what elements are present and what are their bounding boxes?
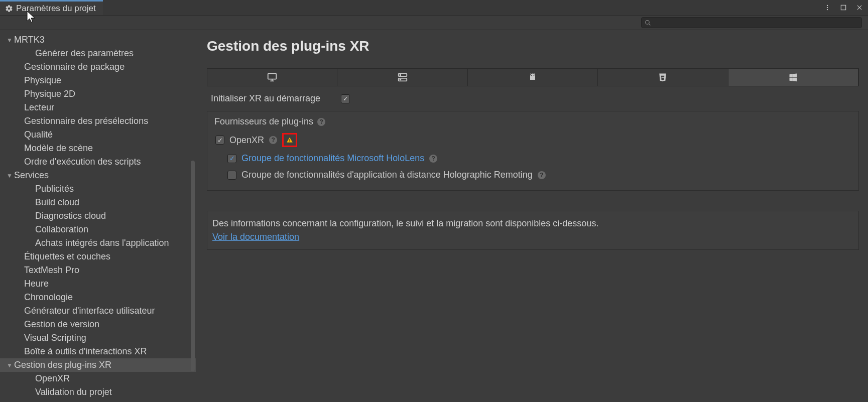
tree-item[interactable]: Modèle de scène — [0, 142, 196, 155]
tree-item[interactable]: Validation du projet — [0, 385, 196, 399]
tree-item[interactable]: Lecteur — [0, 101, 196, 114]
tree-item[interactable]: Collaboration — [0, 223, 196, 236]
tree-item-label: Physique 2D — [24, 89, 75, 99]
provider-remoting-row: Groupe de fonctionnalités d'application … — [211, 167, 854, 183]
platform-tab-desktop[interactable] — [207, 69, 337, 86]
svg-rect-5 — [268, 74, 277, 79]
provider-openxr-label: OpenXR — [229, 135, 264, 146]
tree-item[interactable]: Générer des paramètres — [0, 47, 196, 60]
documentation-link[interactable]: Voir la documentation — [212, 232, 853, 242]
warning-icon — [286, 137, 294, 144]
tree-item-label: Boîte à outils d'interactions XR — [24, 346, 147, 357]
tree-item-label: Build cloud — [35, 197, 79, 208]
tree-item-label: Qualité — [24, 129, 53, 140]
provider-hololens-checkbox[interactable] — [227, 154, 236, 163]
tree-item[interactable]: TextMesh Pro — [0, 263, 196, 277]
help-icon[interactable]: ? — [269, 136, 277, 144]
kebab-menu-icon[interactable] — [823, 3, 832, 12]
tree-item[interactable]: Diagnostics cloud — [0, 209, 196, 223]
tree-item-label: Visual Scripting — [24, 333, 86, 343]
providers-title: Fournisseurs de plug-ins — [214, 116, 313, 127]
windows-icon — [788, 72, 798, 82]
search-input[interactable] — [641, 17, 862, 28]
platform-tab-android[interactable] — [468, 69, 598, 86]
platform-tab-server[interactable] — [337, 69, 467, 86]
split-handle[interactable] — [196, 30, 198, 402]
provider-hololens-label[interactable]: Groupe de fonctionnalités Microsoft Holo… — [241, 153, 424, 164]
tree-item-label: Modèle de scène — [24, 143, 93, 154]
platform-tab-webgl[interactable] — [598, 69, 728, 86]
foldout-icon: ▼ — [6, 172, 13, 179]
server-icon — [397, 72, 408, 83]
tree-item[interactable]: Physique — [0, 74, 196, 87]
tree-item-label: Services — [14, 170, 49, 181]
sidebar-scrollbar[interactable] — [191, 161, 195, 371]
titlebar: Paramètres du projet — [0, 0, 868, 15]
help-icon[interactable]: ? — [538, 171, 546, 179]
tree-item-label: Générer des paramètres — [35, 48, 134, 59]
tree-item[interactable]: Ordre d'exécution des scripts — [0, 155, 196, 169]
openxr-warning-highlight[interactable] — [282, 133, 297, 147]
tree-item-label: Gestion de version — [24, 319, 99, 330]
tree-item[interactable]: Build cloud — [0, 196, 196, 209]
tree-item[interactable]: Chronologie — [0, 291, 196, 304]
tree-item-label: Physique — [24, 75, 61, 86]
tree-item[interactable]: OpenXR — [0, 372, 196, 385]
gear-icon — [5, 5, 13, 13]
window-tab-title: Paramètres du projet — [16, 4, 96, 14]
tree-item[interactable]: Visual Scripting — [0, 331, 196, 345]
tree-item[interactable]: Qualité — [0, 128, 196, 142]
platform-tab-windows[interactable] — [728, 69, 858, 86]
provider-openxr-checkbox[interactable] — [215, 136, 224, 145]
help-icon[interactable]: ? — [429, 155, 437, 163]
tree-item[interactable]: ▼Gestion des plug-ins XR — [0, 358, 196, 372]
tree-item[interactable]: Gestion de version — [0, 318, 196, 331]
toolbar — [0, 15, 868, 30]
tree-item-label: OpenXR — [35, 373, 70, 384]
tree-item-label: Gestion des plug-ins XR — [14, 360, 111, 370]
tree-item[interactable]: Boîte à outils d'interactions XR — [0, 345, 196, 358]
providers-box: Fournisseurs de plug-ins ? OpenXR ? Grou… — [207, 111, 859, 191]
tree-item-label: TextMesh Pro — [24, 265, 79, 276]
maximize-icon[interactable] — [839, 3, 848, 12]
tree-item-label: Chronologie — [24, 292, 73, 303]
tree-item[interactable]: Étiquettes et couches — [0, 250, 196, 263]
init-xr-checkbox[interactable] — [341, 94, 350, 103]
svg-point-2 — [827, 9, 828, 10]
tree-item[interactable]: ▼MRTK3 — [0, 33, 196, 47]
window-tab[interactable]: Paramètres du projet — [0, 0, 103, 15]
provider-openxr-row: OpenXR ? — [211, 130, 854, 150]
svg-point-11 — [534, 75, 535, 76]
info-text: Des informations concernant la configura… — [212, 218, 853, 229]
content-pane: Gestion des plug-ins XR — [198, 30, 868, 402]
tree-item-label: Lecteur — [24, 102, 54, 113]
help-icon[interactable]: ? — [317, 118, 325, 126]
tree-item[interactable]: Gestionnaire des présélections — [0, 114, 196, 128]
html5-icon — [658, 72, 668, 82]
svg-point-8 — [400, 75, 401, 76]
tree-item-label: Publicités — [35, 184, 74, 194]
foldout-icon: ▼ — [6, 362, 13, 369]
close-icon[interactable] — [855, 3, 864, 12]
platform-tabs — [207, 68, 859, 86]
init-xr-row: Initialiser XR au démarrage — [207, 86, 859, 111]
tree-item[interactable]: Achats intégrés dans l'application — [0, 236, 196, 250]
provider-hololens-row: Groupe de fonctionnalités Microsoft Holo… — [211, 150, 854, 167]
foldout-icon: ▼ — [6, 37, 13, 44]
settings-tree[interactable]: ▼MRTK3Générer des paramètresGestionnaire… — [0, 30, 196, 402]
svg-point-9 — [400, 79, 401, 80]
tree-item-label: Diagnostics cloud — [35, 211, 106, 221]
info-box: Des informations concernant la configura… — [207, 211, 859, 250]
tree-item[interactable]: Heure — [0, 277, 196, 291]
tree-item[interactable]: Physique 2D — [0, 87, 196, 101]
tree-item[interactable]: Gestionnaire de package — [0, 60, 196, 74]
svg-point-4 — [646, 20, 650, 24]
tree-item-label: Ordre d'exécution des scripts — [24, 157, 141, 167]
tree-item[interactable]: ▼Services — [0, 169, 196, 182]
tree-item-label: Collaboration — [35, 224, 88, 235]
tree-item[interactable]: Publicités — [0, 182, 196, 196]
provider-remoting-checkbox[interactable] — [227, 171, 236, 180]
tree-item-label: Gestionnaire des présélections — [24, 116, 148, 126]
tree-item[interactable]: Générateur d'interface utilisateur — [0, 304, 196, 318]
svg-rect-3 — [841, 5, 845, 10]
